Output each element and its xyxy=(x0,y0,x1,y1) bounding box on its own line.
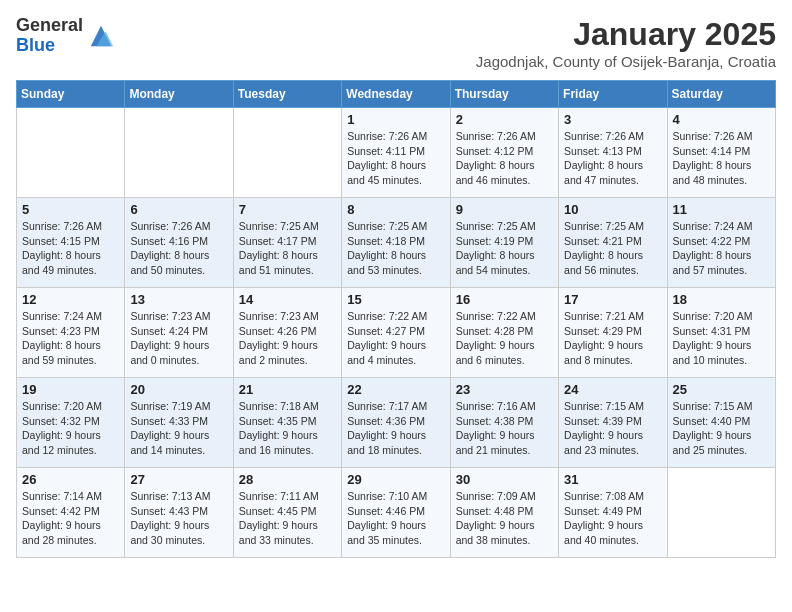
day-of-week-header: Wednesday xyxy=(342,81,450,108)
day-number: 23 xyxy=(456,382,553,397)
day-number: 30 xyxy=(456,472,553,487)
day-number: 9 xyxy=(456,202,553,217)
day-info: Sunrise: 7:11 AM Sunset: 4:45 PM Dayligh… xyxy=(239,489,336,548)
day-number: 24 xyxy=(564,382,661,397)
day-info: Sunrise: 7:23 AM Sunset: 4:24 PM Dayligh… xyxy=(130,309,227,368)
day-number: 19 xyxy=(22,382,119,397)
day-info: Sunrise: 7:22 AM Sunset: 4:28 PM Dayligh… xyxy=(456,309,553,368)
calendar-cell: 23Sunrise: 7:16 AM Sunset: 4:38 PM Dayli… xyxy=(450,378,558,468)
calendar-cell: 28Sunrise: 7:11 AM Sunset: 4:45 PM Dayli… xyxy=(233,468,341,558)
calendar-week-row: 1Sunrise: 7:26 AM Sunset: 4:11 PM Daylig… xyxy=(17,108,776,198)
calendar-week-row: 5Sunrise: 7:26 AM Sunset: 4:15 PM Daylig… xyxy=(17,198,776,288)
calendar-cell xyxy=(667,468,775,558)
calendar-cell: 4Sunrise: 7:26 AM Sunset: 4:14 PM Daylig… xyxy=(667,108,775,198)
calendar-cell: 6Sunrise: 7:26 AM Sunset: 4:16 PM Daylig… xyxy=(125,198,233,288)
day-number: 16 xyxy=(456,292,553,307)
day-number: 11 xyxy=(673,202,770,217)
day-info: Sunrise: 7:26 AM Sunset: 4:15 PM Dayligh… xyxy=(22,219,119,278)
day-of-week-header: Thursday xyxy=(450,81,558,108)
calendar-cell: 11Sunrise: 7:24 AM Sunset: 4:22 PM Dayli… xyxy=(667,198,775,288)
day-number: 20 xyxy=(130,382,227,397)
day-info: Sunrise: 7:15 AM Sunset: 4:40 PM Dayligh… xyxy=(673,399,770,458)
day-number: 1 xyxy=(347,112,444,127)
calendar-cell: 21Sunrise: 7:18 AM Sunset: 4:35 PM Dayli… xyxy=(233,378,341,468)
day-number: 21 xyxy=(239,382,336,397)
day-info: Sunrise: 7:22 AM Sunset: 4:27 PM Dayligh… xyxy=(347,309,444,368)
calendar-cell: 7Sunrise: 7:25 AM Sunset: 4:17 PM Daylig… xyxy=(233,198,341,288)
calendar-cell: 8Sunrise: 7:25 AM Sunset: 4:18 PM Daylig… xyxy=(342,198,450,288)
day-info: Sunrise: 7:10 AM Sunset: 4:46 PM Dayligh… xyxy=(347,489,444,548)
day-number: 25 xyxy=(673,382,770,397)
calendar-cell: 1Sunrise: 7:26 AM Sunset: 4:11 PM Daylig… xyxy=(342,108,450,198)
calendar-week-row: 26Sunrise: 7:14 AM Sunset: 4:42 PM Dayli… xyxy=(17,468,776,558)
calendar-cell: 13Sunrise: 7:23 AM Sunset: 4:24 PM Dayli… xyxy=(125,288,233,378)
day-number: 26 xyxy=(22,472,119,487)
day-number: 28 xyxy=(239,472,336,487)
calendar-cell: 17Sunrise: 7:21 AM Sunset: 4:29 PM Dayli… xyxy=(559,288,667,378)
calendar-week-row: 19Sunrise: 7:20 AM Sunset: 4:32 PM Dayli… xyxy=(17,378,776,468)
day-info: Sunrise: 7:21 AM Sunset: 4:29 PM Dayligh… xyxy=(564,309,661,368)
day-of-week-header: Saturday xyxy=(667,81,775,108)
calendar-cell: 25Sunrise: 7:15 AM Sunset: 4:40 PM Dayli… xyxy=(667,378,775,468)
day-number: 8 xyxy=(347,202,444,217)
title-block: January 2025 Jagodnjak, County of Osijek… xyxy=(476,16,776,70)
location-subtitle: Jagodnjak, County of Osijek-Baranja, Cro… xyxy=(476,53,776,70)
calendar-cell: 19Sunrise: 7:20 AM Sunset: 4:32 PM Dayli… xyxy=(17,378,125,468)
day-info: Sunrise: 7:26 AM Sunset: 4:14 PM Dayligh… xyxy=(673,129,770,188)
logo-icon xyxy=(87,22,115,50)
day-number: 29 xyxy=(347,472,444,487)
day-number: 3 xyxy=(564,112,661,127)
day-number: 15 xyxy=(347,292,444,307)
calendar-header-row: SundayMondayTuesdayWednesdayThursdayFrid… xyxy=(17,81,776,108)
day-info: Sunrise: 7:25 AM Sunset: 4:17 PM Dayligh… xyxy=(239,219,336,278)
calendar-table: SundayMondayTuesdayWednesdayThursdayFrid… xyxy=(16,80,776,558)
calendar-cell: 2Sunrise: 7:26 AM Sunset: 4:12 PM Daylig… xyxy=(450,108,558,198)
day-number: 17 xyxy=(564,292,661,307)
day-info: Sunrise: 7:24 AM Sunset: 4:23 PM Dayligh… xyxy=(22,309,119,368)
day-number: 22 xyxy=(347,382,444,397)
day-info: Sunrise: 7:09 AM Sunset: 4:48 PM Dayligh… xyxy=(456,489,553,548)
calendar-cell xyxy=(233,108,341,198)
day-of-week-header: Friday xyxy=(559,81,667,108)
calendar-cell: 30Sunrise: 7:09 AM Sunset: 4:48 PM Dayli… xyxy=(450,468,558,558)
day-info: Sunrise: 7:23 AM Sunset: 4:26 PM Dayligh… xyxy=(239,309,336,368)
day-of-week-header: Tuesday xyxy=(233,81,341,108)
day-info: Sunrise: 7:17 AM Sunset: 4:36 PM Dayligh… xyxy=(347,399,444,458)
day-number: 2 xyxy=(456,112,553,127)
day-info: Sunrise: 7:16 AM Sunset: 4:38 PM Dayligh… xyxy=(456,399,553,458)
calendar-cell: 14Sunrise: 7:23 AM Sunset: 4:26 PM Dayli… xyxy=(233,288,341,378)
calendar-cell: 22Sunrise: 7:17 AM Sunset: 4:36 PM Dayli… xyxy=(342,378,450,468)
day-of-week-header: Monday xyxy=(125,81,233,108)
calendar-cell: 12Sunrise: 7:24 AM Sunset: 4:23 PM Dayli… xyxy=(17,288,125,378)
day-info: Sunrise: 7:25 AM Sunset: 4:18 PM Dayligh… xyxy=(347,219,444,278)
calendar-cell: 26Sunrise: 7:14 AM Sunset: 4:42 PM Dayli… xyxy=(17,468,125,558)
day-info: Sunrise: 7:26 AM Sunset: 4:12 PM Dayligh… xyxy=(456,129,553,188)
calendar-cell: 16Sunrise: 7:22 AM Sunset: 4:28 PM Dayli… xyxy=(450,288,558,378)
day-info: Sunrise: 7:20 AM Sunset: 4:32 PM Dayligh… xyxy=(22,399,119,458)
day-info: Sunrise: 7:18 AM Sunset: 4:35 PM Dayligh… xyxy=(239,399,336,458)
day-info: Sunrise: 7:26 AM Sunset: 4:13 PM Dayligh… xyxy=(564,129,661,188)
day-number: 6 xyxy=(130,202,227,217)
day-number: 14 xyxy=(239,292,336,307)
page-header: General Blue January 2025 Jagodnjak, Cou… xyxy=(16,16,776,70)
day-number: 13 xyxy=(130,292,227,307)
calendar-cell: 5Sunrise: 7:26 AM Sunset: 4:15 PM Daylig… xyxy=(17,198,125,288)
calendar-cell: 10Sunrise: 7:25 AM Sunset: 4:21 PM Dayli… xyxy=(559,198,667,288)
day-number: 18 xyxy=(673,292,770,307)
day-info: Sunrise: 7:14 AM Sunset: 4:42 PM Dayligh… xyxy=(22,489,119,548)
calendar-cell: 3Sunrise: 7:26 AM Sunset: 4:13 PM Daylig… xyxy=(559,108,667,198)
day-number: 7 xyxy=(239,202,336,217)
calendar-cell: 15Sunrise: 7:22 AM Sunset: 4:27 PM Dayli… xyxy=(342,288,450,378)
month-title: January 2025 xyxy=(476,16,776,53)
day-info: Sunrise: 7:20 AM Sunset: 4:31 PM Dayligh… xyxy=(673,309,770,368)
calendar-cell xyxy=(17,108,125,198)
day-info: Sunrise: 7:25 AM Sunset: 4:19 PM Dayligh… xyxy=(456,219,553,278)
day-info: Sunrise: 7:08 AM Sunset: 4:49 PM Dayligh… xyxy=(564,489,661,548)
calendar-cell: 20Sunrise: 7:19 AM Sunset: 4:33 PM Dayli… xyxy=(125,378,233,468)
calendar-cell xyxy=(125,108,233,198)
day-info: Sunrise: 7:25 AM Sunset: 4:21 PM Dayligh… xyxy=(564,219,661,278)
logo: General Blue xyxy=(16,16,115,56)
calendar-cell: 18Sunrise: 7:20 AM Sunset: 4:31 PM Dayli… xyxy=(667,288,775,378)
day-number: 5 xyxy=(22,202,119,217)
day-info: Sunrise: 7:13 AM Sunset: 4:43 PM Dayligh… xyxy=(130,489,227,548)
